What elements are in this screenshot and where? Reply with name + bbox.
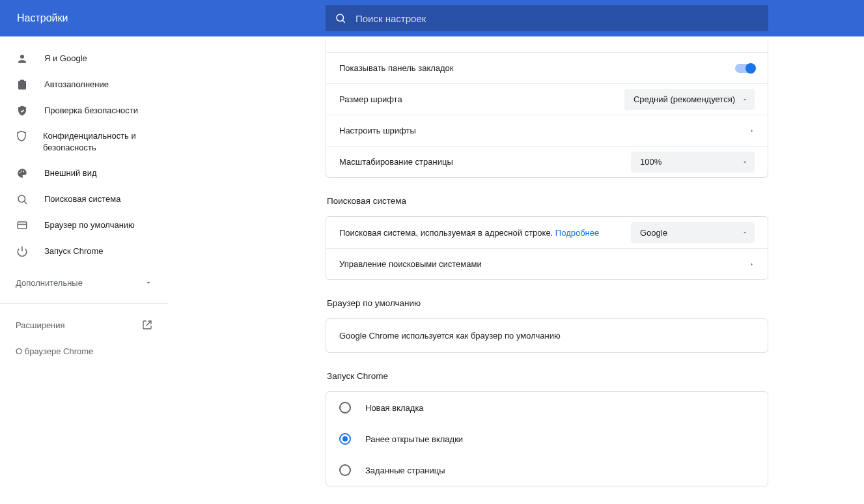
sidebar-item-label: Запуск Chrome: [44, 245, 104, 257]
sidebar-item-search-engine[interactable]: Поисковая система: [0, 186, 168, 212]
sidebar-advanced-toggle[interactable]: Дополнительные: [0, 270, 168, 296]
sidebar-item-label: Внешний вид: [44, 167, 97, 179]
search-input[interactable]: [355, 13, 759, 24]
palette-icon: [16, 167, 29, 179]
search-box[interactable]: [326, 5, 768, 31]
search-icon: [16, 193, 29, 205]
bookmarks-bar-label: Показывать панель закладок: [339, 63, 454, 73]
sidebar: Я и Google Автозаполнение Проверка безоп…: [0, 36, 168, 504]
svg-point-2: [20, 55, 24, 59]
font-size-select[interactable]: Средний (рекомендуется): [624, 89, 755, 110]
manage-search-engines-label: Управление поисковыми системами: [339, 259, 482, 269]
setting-row-addressbar-engine: Поисковая система, используемая в адресн…: [326, 217, 768, 248]
sidebar-item-safety-check[interactable]: Проверка безопасности: [0, 98, 168, 124]
default-browser-message: Google Chrome используется как браузер п…: [339, 331, 561, 341]
chevron-down-icon: [742, 159, 748, 165]
appearance-card: Показывать панель закладок Размер шрифта…: [326, 40, 768, 178]
startup-option-specific-pages[interactable]: Заданные страницы: [326, 455, 768, 486]
addressbar-engine-label: Поисковая система, используемая в адресн…: [339, 228, 599, 238]
default-browser-card: Google Chrome используется как браузер п…: [326, 318, 768, 353]
search-icon: [335, 12, 346, 24]
svg-point-6: [18, 195, 25, 203]
extensions-label: Расширения: [16, 320, 65, 330]
bookmarks-bar-toggle[interactable]: [735, 64, 755, 73]
window-icon: [16, 219, 29, 231]
shield-icon: [16, 130, 27, 142]
radio-button[interactable]: [339, 464, 351, 476]
chevron-right-icon: [749, 260, 755, 268]
power-icon: [16, 245, 29, 257]
svg-point-4: [21, 171, 22, 172]
chevron-down-icon: [742, 96, 748, 103]
radio-button[interactable]: [339, 402, 351, 413]
section-title-search-engine: Поисковая система: [327, 196, 768, 206]
addressbar-engine-select[interactable]: Google: [631, 222, 755, 243]
radio-button[interactable]: [339, 433, 351, 445]
chevron-right-icon: [749, 127, 755, 135]
sidebar-item-label: Поисковая система: [44, 193, 121, 205]
settings-main: Показывать панель закладок Размер шрифта…: [168, 36, 864, 504]
startup-option-label: Заданные страницы: [365, 466, 445, 475]
section-title-default-browser: Браузер по умолчанию: [327, 298, 768, 308]
sidebar-extensions-link[interactable]: Расширения: [0, 312, 168, 338]
font-size-label: Размер шрифта: [339, 94, 402, 104]
section-title-on-startup: Запуск Chrome: [327, 371, 768, 381]
on-startup-card: Новая вкладка Ранее открытые вкладки Зад…: [326, 391, 768, 486]
sidebar-item-default-browser[interactable]: Браузер по умолчанию: [0, 212, 168, 238]
page-zoom-select[interactable]: 100%: [631, 152, 755, 173]
advanced-label: Дополнительные: [16, 278, 83, 288]
startup-option-new-tab[interactable]: Новая вкладка: [326, 392, 768, 423]
customize-fonts-label: Настроить шрифты: [339, 126, 416, 135]
chevron-down-icon: [742, 229, 748, 236]
sidebar-item-on-startup[interactable]: Запуск Chrome: [0, 238, 168, 264]
page-title: Настройки: [13, 12, 326, 24]
page-zoom-value: 100%: [640, 157, 662, 167]
sidebar-about-link[interactable]: О браузере Chrome: [0, 338, 168, 364]
sidebar-item-label: Конфиденциальность и безопасность: [43, 130, 152, 154]
clipboard-icon: [16, 79, 29, 91]
sidebar-item-privacy[interactable]: Конфиденциальность и безопасность: [0, 124, 168, 160]
learn-more-link[interactable]: Подробнее: [555, 228, 599, 238]
sidebar-item-you-and-google[interactable]: Я и Google: [0, 46, 168, 72]
setting-row-customize-fonts[interactable]: Настроить шрифты: [326, 115, 768, 146]
svg-point-5: [23, 171, 24, 172]
svg-point-3: [20, 172, 21, 173]
sidebar-item-appearance[interactable]: Внешний вид: [0, 160, 168, 186]
sidebar-item-label: Я и Google: [44, 53, 87, 64]
addressbar-engine-value: Google: [640, 228, 667, 238]
divider: [0, 303, 168, 304]
toggle-knob: [746, 63, 756, 74]
startup-option-label: Ранее открытые вкладки: [365, 434, 463, 444]
svg-rect-8: [18, 222, 27, 229]
svg-point-0: [337, 14, 344, 21]
sidebar-item-label: Браузер по умолчанию: [44, 219, 135, 231]
about-label: О браузере Chrome: [16, 346, 93, 356]
svg-line-1: [342, 20, 344, 22]
chevron-down-icon: [145, 279, 152, 287]
person-icon: [16, 53, 29, 64]
open-external-icon: [142, 320, 152, 330]
startup-option-continue[interactable]: Ранее открытые вкладки: [326, 423, 768, 455]
search-engine-card: Поисковая система, используемая в адресн…: [326, 216, 768, 280]
sidebar-item-autofill[interactable]: Автозаполнение: [0, 72, 168, 98]
svg-line-7: [24, 201, 26, 203]
sidebar-item-label: Автозаполнение: [44, 79, 109, 91]
setting-row-font-size: Размер шрифта Средний (рекомендуется): [326, 83, 768, 115]
setting-row-bookmarks-bar: Показывать панель закладок: [326, 52, 768, 83]
setting-row-page-zoom: Масштабирование страницы 100%: [326, 146, 768, 177]
font-size-value: Средний (рекомендуется): [634, 94, 735, 104]
startup-option-label: Новая вкладка: [365, 403, 424, 413]
shield-check-icon: [16, 105, 29, 117]
page-zoom-label: Масштабирование страницы: [339, 157, 453, 167]
setting-row-manage-search-engines[interactable]: Управление поисковыми системами: [326, 248, 768, 279]
sidebar-item-label: Проверка безопасности: [44, 105, 138, 117]
app-header: Настройки: [0, 0, 864, 36]
